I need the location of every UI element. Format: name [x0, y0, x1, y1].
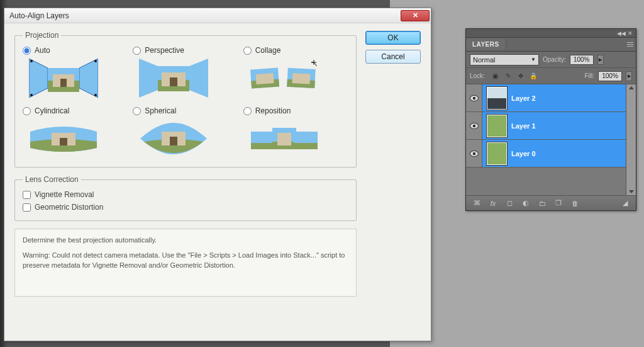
dialog-title: Auto-Align Layers — [9, 11, 69, 20]
layer-style-icon[interactable]: fx — [489, 199, 497, 208]
tab-layers[interactable]: LAYERS — [466, 39, 506, 50]
opacity-label: Opacity: — [543, 56, 566, 63]
layers-scrollbar[interactable] — [626, 84, 636, 195]
visibility-toggle[interactable] — [466, 84, 482, 111]
lock-label: Lock: — [470, 72, 485, 79]
eye-icon — [470, 123, 479, 129]
svg-marker-11 — [189, 59, 208, 98]
lock-position-icon[interactable]: ✥ — [516, 72, 525, 81]
svg-rect-23 — [60, 138, 67, 145]
svg-rect-27 — [251, 143, 275, 149]
projection-option-collage: Collage — [243, 46, 348, 98]
cancel-button[interactable]: Cancel — [365, 50, 421, 64]
check-vignette-label: Vignette Removal — [35, 190, 94, 199]
new-group-icon[interactable]: 🗀 — [538, 199, 547, 208]
new-layer-icon[interactable]: ❐ — [554, 199, 563, 208]
close-button[interactable]: ✕ — [401, 10, 430, 21]
projection-option-spherical: Spherical — [133, 106, 238, 158]
blend-mode-value: Normal — [473, 56, 495, 64]
layers-footer: ⌘ fx ◻ ◐ 🗀 ❐ 🗑 ◢ — [466, 195, 636, 210]
visibility-toggle[interactable] — [466, 112, 482, 139]
link-layers-icon[interactable]: ⌘ — [472, 199, 481, 208]
layer-thumbnail[interactable] — [487, 115, 506, 137]
lock-all-icon[interactable]: 🔒 — [529, 72, 538, 81]
layer-row[interactable]: Layer 2 — [466, 84, 626, 112]
scroll-up-icon[interactable] — [629, 86, 634, 89]
svg-marker-10 — [139, 59, 158, 98]
adjustment-layer-icon[interactable]: ◐ — [521, 199, 530, 208]
svg-point-8 — [30, 94, 33, 96]
blend-mode-row: Normal ▼ Opacity: 100% ▶ — [466, 52, 636, 68]
svg-marker-0 — [29, 59, 48, 98]
layer-row[interactable]: Layer 0 — [466, 140, 626, 168]
panel-tabs: LAYERS — [466, 38, 636, 52]
fill-input[interactable]: 100% — [598, 71, 622, 81]
panel-topbar[interactable]: ◀◀ ✕ — [466, 29, 636, 38]
projection-option-auto: Auto — [23, 46, 128, 98]
svg-rect-25 — [170, 137, 177, 145]
svg-point-6 — [30, 60, 33, 62]
radio-spherical-label: Spherical — [145, 106, 176, 115]
svg-rect-5 — [60, 79, 67, 87]
panel-menu-icon[interactable] — [625, 40, 636, 49]
visibility-toggle[interactable] — [466, 140, 482, 167]
thumb-cylindrical — [29, 119, 98, 158]
lens-correction-group: Lens Correction Vignette Removal Geometr… — [14, 175, 357, 221]
chevron-down-icon: ▼ — [531, 57, 536, 62]
thumb-reposition — [250, 119, 319, 158]
radio-auto-label: Auto — [35, 46, 50, 55]
blend-mode-select[interactable]: Normal ▼ — [470, 54, 539, 65]
resize-grip-icon[interactable]: ◢ — [621, 199, 630, 208]
fill-flyout-icon[interactable]: ▶ — [626, 71, 632, 81]
radio-cylindrical[interactable] — [23, 107, 31, 115]
svg-rect-15 — [170, 77, 177, 86]
eye-icon — [470, 95, 479, 101]
projection-legend: Projection — [23, 31, 61, 40]
collapse-icon[interactable]: ◀◀ — [617, 30, 623, 37]
delete-layer-icon[interactable]: 🗑 — [570, 199, 579, 208]
description-warning: Warning: Could not detect camera metadat… — [23, 251, 348, 271]
layer-name[interactable]: Layer 0 — [511, 150, 536, 157]
svg-rect-32 — [294, 143, 318, 149]
dialog-titlebar[interactable]: Auto-Align Layers ✕ — [4, 8, 431, 23]
radio-collage-label: Collage — [255, 46, 281, 55]
radio-perspective[interactable] — [133, 47, 141, 55]
ok-button[interactable]: OK — [365, 31, 421, 45]
radio-reposition-label: Reposition — [255, 106, 291, 115]
radio-auto[interactable] — [23, 47, 31, 55]
check-geometric-label: Geometric Distortion — [35, 203, 103, 212]
lock-pixels-icon[interactable]: ✎ — [504, 72, 513, 81]
projection-option-reposition: Reposition — [243, 106, 348, 158]
radio-cylindrical-label: Cylindrical — [35, 106, 69, 115]
svg-marker-1 — [79, 59, 98, 98]
layer-mask-icon[interactable]: ◻ — [505, 199, 514, 208]
layer-thumbnail[interactable] — [487, 88, 506, 109]
projection-option-cylindrical: Cylindrical — [23, 106, 128, 158]
projection-group: Projection Auto — [14, 31, 357, 168]
layer-thumbnail[interactable] — [487, 143, 506, 164]
check-geometric[interactable] — [23, 203, 31, 212]
panel-close-icon[interactable]: ✕ — [627, 30, 633, 37]
radio-collage[interactable] — [243, 47, 252, 55]
eye-icon — [470, 151, 479, 157]
opacity-flyout-icon[interactable]: ▶ — [597, 55, 604, 65]
opacity-input[interactable]: 100% — [570, 55, 594, 65]
radio-spherical[interactable] — [133, 107, 141, 115]
svg-rect-21 — [292, 73, 310, 84]
svg-point-9 — [94, 94, 97, 96]
layer-name[interactable]: Layer 2 — [511, 94, 536, 102]
scroll-down-icon[interactable] — [629, 190, 634, 193]
layer-name[interactable]: Layer 1 — [511, 122, 536, 130]
thumb-perspective — [139, 59, 208, 98]
projection-option-perspective: Perspective — [133, 46, 238, 98]
radio-reposition[interactable] — [243, 107, 252, 115]
svg-rect-30 — [277, 133, 291, 145]
lens-legend: Lens Correction — [23, 175, 81, 184]
radio-perspective-label: Perspective — [145, 46, 184, 55]
thumb-collage — [250, 59, 319, 98]
auto-align-dialog: Auto-Align Layers ✕ Projection Auto — [4, 8, 431, 341]
layer-row[interactable]: Layer 1 — [466, 112, 626, 140]
check-vignette[interactable] — [23, 191, 31, 199]
lock-transparency-icon[interactable]: ▣ — [491, 72, 500, 81]
svg-rect-18 — [255, 73, 274, 84]
